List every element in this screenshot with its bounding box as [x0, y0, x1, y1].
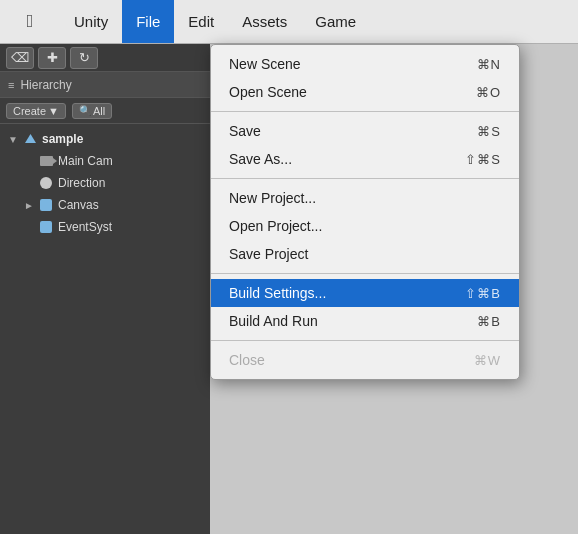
save-as-menu-item[interactable]: Save As... ⇧⌘S	[211, 145, 519, 173]
svg-marker-0	[25, 134, 36, 143]
build-settings-menu-item[interactable]: Build Settings... ⇧⌘B	[211, 279, 519, 307]
scene-root-item[interactable]: ▼ sample	[0, 128, 210, 150]
save-as-label: Save As...	[229, 151, 292, 167]
scene-arrow-icon: ▼	[8, 134, 22, 145]
save-menu-item[interactable]: Save ⌘S	[211, 117, 519, 145]
new-scene-label: New Scene	[229, 56, 301, 72]
save-shortcut: ⌘S	[477, 124, 501, 139]
hierarchy-tree: ▼ sample Main Cam	[0, 124, 210, 534]
new-scene-shortcut: ⌘N	[477, 57, 501, 72]
hierarchy-icon: ≡	[8, 79, 14, 91]
build-and-run-menu-item[interactable]: Build And Run ⌘B	[211, 307, 519, 335]
close-menu-item[interactable]: Close ⌘W	[211, 346, 519, 374]
all-label: All	[93, 105, 105, 117]
hierarchy-header: ≡ Hierarchy	[0, 72, 210, 98]
eventsystem-icon	[38, 219, 54, 235]
menu-bar:  Unity File Edit Assets Game	[0, 0, 578, 44]
canvas-icon	[38, 197, 54, 213]
build-settings-shortcut: ⇧⌘B	[465, 286, 501, 301]
list-item[interactable]: ► Canvas	[0, 194, 210, 216]
scene-name: sample	[42, 132, 83, 146]
list-item[interactable]: Main Cam	[0, 150, 210, 172]
open-project-label: Open Project...	[229, 218, 322, 234]
save-as-shortcut: ⇧⌘S	[465, 152, 501, 167]
item-label: EventSyst	[58, 220, 112, 234]
save-project-label: Save Project	[229, 246, 308, 262]
build-and-run-label: Build And Run	[229, 313, 318, 329]
new-project-label: New Project...	[229, 190, 316, 206]
file-dropdown-menu: New Scene ⌘N Open Scene ⌘O Save ⌘S Save …	[210, 44, 520, 380]
item-label: Direction	[58, 176, 105, 190]
open-scene-menu-item[interactable]: Open Scene ⌘O	[211, 78, 519, 106]
close-label: Close	[229, 352, 265, 368]
create-dropdown-icon: ▼	[48, 105, 59, 117]
open-project-menu-item[interactable]: Open Project...	[211, 212, 519, 240]
hierarchy-toolbar: ⌫ ✚ ↻	[0, 44, 210, 72]
separator-3	[211, 273, 519, 274]
build-and-run-shortcut: ⌘B	[477, 314, 501, 329]
open-scene-shortcut: ⌘O	[476, 85, 501, 100]
rotate-tool-button[interactable]: ↻	[70, 47, 98, 69]
assets-menu-item[interactable]: Assets	[228, 0, 301, 43]
separator-2	[211, 178, 519, 179]
search-icon: 🔍	[79, 105, 91, 116]
edit-menu-item[interactable]: Edit	[174, 0, 228, 43]
save-project-menu-item[interactable]: Save Project	[211, 240, 519, 268]
file-menu-item[interactable]: File	[122, 0, 174, 43]
new-project-menu-item[interactable]: New Project...	[211, 184, 519, 212]
camera-icon	[38, 153, 54, 169]
separator-4	[211, 340, 519, 341]
hierarchy-panel: ⌫ ✚ ↻ ≡ Hierarchy Create ▼ 🔍 All ▼	[0, 44, 210, 534]
create-button[interactable]: Create ▼	[6, 103, 66, 119]
move-tool-button[interactable]: ✚	[38, 47, 66, 69]
item-arrow: ►	[24, 200, 38, 211]
unity-menu-item[interactable]: Unity	[60, 0, 122, 43]
build-settings-label: Build Settings...	[229, 285, 326, 301]
hand-tool-button[interactable]: ⌫	[6, 47, 34, 69]
hierarchy-title: Hierarchy	[20, 78, 71, 92]
new-scene-menu-item[interactable]: New Scene ⌘N	[211, 50, 519, 78]
light-icon	[38, 175, 54, 191]
save-label: Save	[229, 123, 261, 139]
game-menu-item[interactable]: Game	[301, 0, 370, 43]
create-label: Create	[13, 105, 46, 117]
item-label: Main Cam	[58, 154, 113, 168]
list-item[interactable]: Direction	[0, 172, 210, 194]
scene-icon	[22, 131, 38, 147]
all-filter-button[interactable]: 🔍 All	[72, 103, 112, 119]
close-shortcut: ⌘W	[474, 353, 501, 368]
apple-menu-item[interactable]: 	[0, 11, 60, 32]
item-label: Canvas	[58, 198, 99, 212]
hierarchy-controls: Create ▼ 🔍 All	[0, 98, 210, 124]
separator-1	[211, 111, 519, 112]
list-item[interactable]: EventSyst	[0, 216, 210, 238]
open-scene-label: Open Scene	[229, 84, 307, 100]
